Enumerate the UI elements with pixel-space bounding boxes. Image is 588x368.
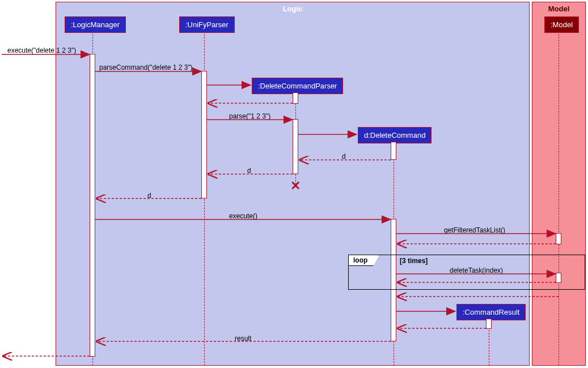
msg-parse: parse("1 2 3") xyxy=(229,112,270,120)
loop-condition: [3 times] xyxy=(400,257,428,265)
frame-model-title: Model xyxy=(532,5,585,13)
msg-getfiltered: getFilteredTaskList() xyxy=(444,226,505,234)
participant-commandresult: :CommandResult xyxy=(456,304,526,320)
activation-model-1 xyxy=(556,233,561,244)
lifeline-model xyxy=(559,31,559,366)
participant-unifyparser: :UniFyParser xyxy=(179,16,235,33)
frame-logic-title: Logic xyxy=(56,5,529,13)
msg-execute-entry: execute("delete 1 2 3") xyxy=(7,46,76,54)
activation-unifyparser xyxy=(201,71,207,198)
loop-label: loop xyxy=(348,255,379,266)
participant-model: :Model xyxy=(544,16,579,33)
activation-dc-create xyxy=(391,142,396,160)
msg-d2: d xyxy=(247,167,251,175)
msg-result: result xyxy=(235,335,251,342)
msg-execute: execute() xyxy=(229,212,257,220)
destroy-icon: ✕ xyxy=(290,180,301,192)
activation-dcp-1 xyxy=(293,92,298,104)
activation-logicmanager xyxy=(90,54,95,357)
activation-dcp-2 xyxy=(293,119,298,174)
msg-d3: d xyxy=(147,192,151,200)
participant-deletecommandparser: :DeleteCommandParser xyxy=(252,78,343,94)
participant-deletecommand: d:DeleteCommand xyxy=(358,127,432,143)
participant-logicmanager: :LogicManager xyxy=(65,16,126,33)
msg-d1: d xyxy=(342,153,346,160)
msg-parsecommand: parseCommand("delete 1 2 3") xyxy=(99,64,193,71)
activation-cr xyxy=(486,319,492,329)
msg-deletetask: deleteTask(index) xyxy=(450,267,503,274)
